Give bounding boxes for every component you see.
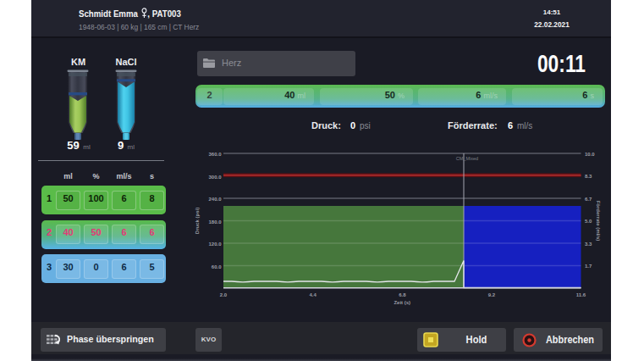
- svg-text:360.0: 360.0: [208, 152, 222, 157]
- svg-text:Zeit (s): Zeit (s): [394, 300, 410, 305]
- svg-text:300.0: 300.0: [208, 175, 222, 180]
- svg-text:Druck (psi): Druck (psi): [195, 208, 200, 234]
- svg-text:CM_Mixed: CM_Mixed: [456, 156, 478, 161]
- svg-text:2.0: 2.0: [220, 292, 228, 297]
- svg-text:3.3: 3.3: [585, 242, 592, 247]
- svg-text:1.7: 1.7: [585, 264, 592, 269]
- svg-text:8.3: 8.3: [585, 174, 592, 179]
- svg-text:10.0: 10.0: [585, 152, 595, 157]
- svg-text:120.0: 120.0: [208, 242, 222, 247]
- svg-text:11.6: 11.6: [576, 292, 586, 297]
- svg-text:60.0: 60.0: [212, 264, 222, 269]
- svg-text:5.0: 5.0: [585, 219, 592, 224]
- svg-text:6.8: 6.8: [399, 292, 406, 297]
- svg-text:Förderrate (ml/s): Förderrate (ml/s): [596, 201, 601, 242]
- svg-text:9.2: 9.2: [488, 292, 496, 297]
- svg-text:4.4: 4.4: [309, 292, 316, 297]
- svg-text:6.7: 6.7: [585, 197, 592, 202]
- svg-text:240.0: 240.0: [208, 197, 222, 202]
- svg-text:180.0: 180.0: [208, 219, 222, 225]
